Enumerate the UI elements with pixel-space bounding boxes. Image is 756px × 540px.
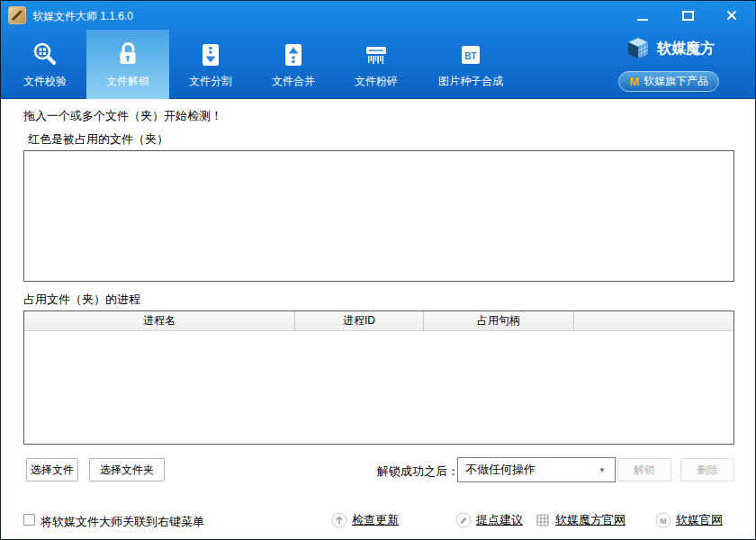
tab-file-verify[interactable]: 文件校验 bbox=[4, 30, 86, 99]
mofang-cube-icon bbox=[626, 37, 650, 60]
mofang-site-link[interactable]: 软媒魔方官网 bbox=[535, 512, 626, 528]
after-unlock-label: 解锁成功之后： bbox=[377, 464, 459, 480]
link-label: 提点建议 bbox=[476, 512, 523, 528]
unlock-button[interactable]: 解锁 bbox=[617, 458, 671, 482]
m-logo-icon: M bbox=[629, 75, 639, 88]
occupied-files-label: 红色是被占用的文件（夹） bbox=[28, 131, 168, 148]
link-label: 软媒官网 bbox=[676, 512, 723, 528]
process-table-header: 进程名 进程ID 占用句柄 bbox=[24, 311, 734, 331]
check-update-link[interactable]: 检查更新 bbox=[331, 512, 399, 528]
context-menu-checkbox-label: 将软媒文件大师关联到右键菜单 bbox=[40, 514, 204, 530]
grid-icon bbox=[535, 512, 551, 528]
file-split-icon bbox=[195, 40, 226, 70]
select-folder-button[interactable]: 选择文件夹 bbox=[89, 458, 165, 482]
process-table: 进程名 进程ID 占用句柄 bbox=[23, 310, 734, 445]
window-title: 软媒文件大师 1.1.6.0 bbox=[32, 9, 133, 24]
m-circle-icon: M bbox=[655, 512, 671, 528]
tab-file-shred[interactable]: 文件粉碎 bbox=[335, 30, 418, 99]
after-unlock-dropdown[interactable]: 不做任何操作 ▼ bbox=[457, 457, 616, 482]
minimize-button[interactable] bbox=[629, 4, 656, 26]
bt-icon: BT bbox=[455, 40, 486, 70]
update-arrow-icon bbox=[331, 512, 347, 528]
occupied-files-listbox[interactable] bbox=[23, 150, 734, 282]
column-header-process-name[interactable]: 进程名 bbox=[24, 311, 295, 330]
close-icon bbox=[725, 9, 738, 22]
file-shred-icon bbox=[361, 40, 392, 70]
select-file-button[interactable]: 选择文件 bbox=[26, 458, 78, 482]
drop-hint-text: 拖入一个或多个文件（夹）开始检测！ bbox=[23, 108, 222, 124]
maximize-button[interactable] bbox=[674, 4, 701, 26]
suggestion-link[interactable]: 提点建议 bbox=[455, 512, 523, 528]
tab-label: 文件分割 bbox=[189, 74, 232, 89]
tab-label: 文件粉碎 bbox=[355, 74, 398, 89]
app-icon[interactable] bbox=[8, 6, 26, 24]
tab-label: 文件解锁 bbox=[106, 74, 149, 89]
tab-label: 文件校验 bbox=[23, 74, 67, 89]
tab-file-split[interactable]: 文件分割 bbox=[169, 30, 252, 99]
products-button-label: 软媒旗下产品 bbox=[644, 74, 708, 89]
tab-file-unlock[interactable]: 文件解锁 bbox=[86, 30, 169, 99]
column-header-empty[interactable] bbox=[574, 311, 734, 330]
close-button[interactable] bbox=[718, 4, 745, 26]
chevron-down-icon: ▼ bbox=[598, 466, 606, 474]
column-header-process-id[interactable]: 进程ID bbox=[295, 311, 424, 330]
delete-button[interactable]: 删除 bbox=[680, 458, 734, 482]
link-label: 检查更新 bbox=[352, 512, 399, 528]
tab-file-merge[interactable]: 文件合并 bbox=[252, 30, 335, 99]
dropdown-selected-value: 不做任何操作 bbox=[465, 462, 536, 478]
maximize-icon bbox=[682, 11, 694, 21]
svg-text:BT: BT bbox=[464, 51, 476, 61]
window-chrome: 软媒文件大师 1.1.6.0 bbox=[1, 1, 755, 99]
column-header-handle[interactable]: 占用句柄 bbox=[424, 311, 574, 330]
toolbar-tabs: 文件校验 文件解锁 bbox=[4, 30, 524, 99]
brand-logo: 软媒魔方 bbox=[626, 37, 715, 60]
process-table-body[interactable] bbox=[24, 331, 734, 444]
svg-text:M: M bbox=[660, 517, 667, 526]
context-menu-checkbox[interactable] bbox=[23, 514, 35, 526]
app-window: 软媒文件大师 1.1.6.0 bbox=[0, 0, 756, 540]
checksum-magnifier-icon bbox=[30, 40, 60, 70]
minimize-icon bbox=[637, 19, 648, 21]
ruanmei-products-button[interactable]: M 软媒旗下产品 bbox=[618, 71, 719, 92]
tab-label: 图片种子合成 bbox=[438, 74, 503, 89]
tab-image-torrent[interactable]: BT 图片种子合成 bbox=[418, 30, 524, 99]
file-merge-icon bbox=[278, 40, 309, 70]
tab-label: 文件合并 bbox=[272, 74, 315, 89]
brand-name: 软媒魔方 bbox=[657, 40, 715, 58]
link-label: 软媒魔方官网 bbox=[555, 512, 626, 528]
tool-glyph-icon bbox=[10, 8, 24, 22]
unlock-padlock-icon bbox=[112, 40, 143, 70]
process-list-label: 占用文件（夹）的进程 bbox=[23, 292, 140, 308]
pencil-icon bbox=[455, 512, 472, 528]
ruanmei-site-link[interactable]: M 软媒官网 bbox=[655, 512, 723, 528]
